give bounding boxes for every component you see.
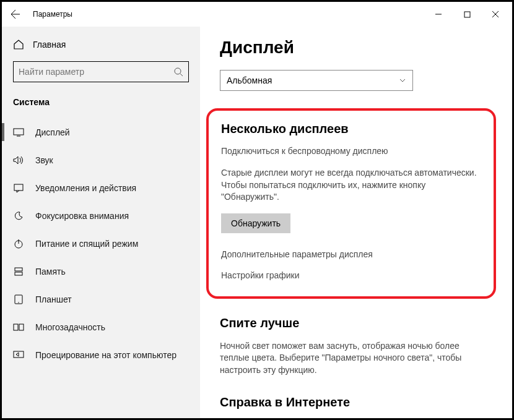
close-button[interactable]: [481, 4, 510, 24]
window-title: Параметры: [33, 10, 72, 19]
multitasking-icon: [13, 322, 24, 333]
titlebar: Параметры: [2, 2, 512, 27]
display-icon: [13, 127, 24, 138]
svg-line-3: [180, 74, 183, 76]
nav-label: Звук: [35, 155, 53, 165]
nav-item-power[interactable]: Питание и спящий режим: [2, 229, 200, 257]
home-icon: [13, 39, 24, 50]
storage-icon: [13, 266, 24, 277]
nav-item-projecting[interactable]: Проецирование на этот компьютер: [2, 341, 200, 369]
nav-item-notifications[interactable]: Уведомления и действия: [2, 174, 200, 202]
notifications-icon: [13, 182, 24, 194]
nav-label: Планшет: [35, 294, 72, 304]
wireless-display-link[interactable]: Подключиться к беспроводному дисплею: [221, 146, 481, 156]
close-icon: [492, 11, 499, 18]
nav-item-tablet[interactable]: Планшет: [2, 285, 200, 313]
focus-icon: [13, 210, 24, 221]
search-box[interactable]: [13, 61, 189, 82]
sidebar: Главная Система Дисплей Звук: [2, 27, 200, 418]
detect-hint-text: Старые дисплеи могут не всегда подключат…: [221, 167, 481, 204]
nav-label: Дисплей: [35, 127, 70, 137]
search-input[interactable]: [19, 67, 173, 77]
category-label: Система: [2, 91, 200, 118]
section-sleep-better: Спите лучше: [220, 316, 492, 330]
section-online-help: Справка в Интернете: [220, 395, 492, 409]
content-pane: Дисплей Альбомная Несколько дисплеев Под…: [200, 27, 512, 418]
home-link[interactable]: Главная: [2, 33, 200, 56]
graphics-settings-link[interactable]: Настройки графики: [221, 270, 481, 280]
nav-item-multitasking[interactable]: Многозадачность: [2, 313, 200, 341]
svg-rect-9: [15, 268, 22, 271]
projecting-icon: [13, 349, 24, 361]
search-icon: [173, 67, 183, 77]
detect-button[interactable]: Обнаружить: [221, 213, 290, 233]
orientation-dropdown[interactable]: Альбомная: [220, 70, 413, 91]
svg-rect-4: [14, 129, 24, 135]
svg-rect-13: [14, 324, 18, 330]
maximize-icon: [464, 11, 471, 18]
orientation-value: Альбомная: [227, 75, 272, 85]
sleep-better-text: Ночной свет поможет вам заснуть, отображ…: [220, 340, 480, 377]
minimize-button[interactable]: [424, 4, 453, 24]
tablet-icon: [13, 294, 24, 305]
highlight-annotation: Несколько дисплеев Подключиться к беспро…: [206, 108, 496, 299]
chevron-down-icon: [399, 77, 406, 84]
nav-label: Проецирование на этот компьютер: [35, 350, 176, 360]
nav-item-focus[interactable]: Фокусировка внимания: [2, 202, 200, 229]
section-multiple-displays: Несколько дисплеев: [221, 122, 481, 136]
home-label: Главная: [33, 40, 66, 49]
sound-icon: [13, 155, 24, 166]
nav-label: Фокусировка внимания: [35, 211, 129, 221]
svg-point-12: [18, 302, 19, 302]
nav-item-sound[interactable]: Звук: [2, 146, 200, 174]
nav-label: Уведомления и действия: [35, 183, 136, 193]
nav-item-display[interactable]: Дисплей: [2, 118, 200, 146]
nav-label: Многозадачность: [35, 322, 105, 332]
back-arrow-icon: [11, 9, 20, 19]
nav-label: Память: [35, 267, 66, 276]
maximize-button[interactable]: [453, 4, 481, 24]
svg-point-2: [175, 68, 181, 74]
nav-item-storage[interactable]: Память: [2, 257, 200, 285]
advanced-display-link[interactable]: Дополнительные параметры дисплея: [221, 249, 481, 259]
page-title: Дисплей: [220, 38, 492, 58]
svg-rect-1: [464, 12, 470, 17]
svg-rect-10: [15, 272, 22, 275]
power-icon: [13, 238, 24, 249]
back-button[interactable]: [4, 3, 27, 25]
svg-rect-14: [19, 324, 24, 330]
nav-list: Дисплей Звук Уведомления и действия Фоку…: [2, 118, 200, 418]
svg-rect-6: [14, 184, 23, 191]
nav-label: Питание и спящий режим: [35, 239, 138, 249]
minimize-icon: [435, 11, 442, 18]
